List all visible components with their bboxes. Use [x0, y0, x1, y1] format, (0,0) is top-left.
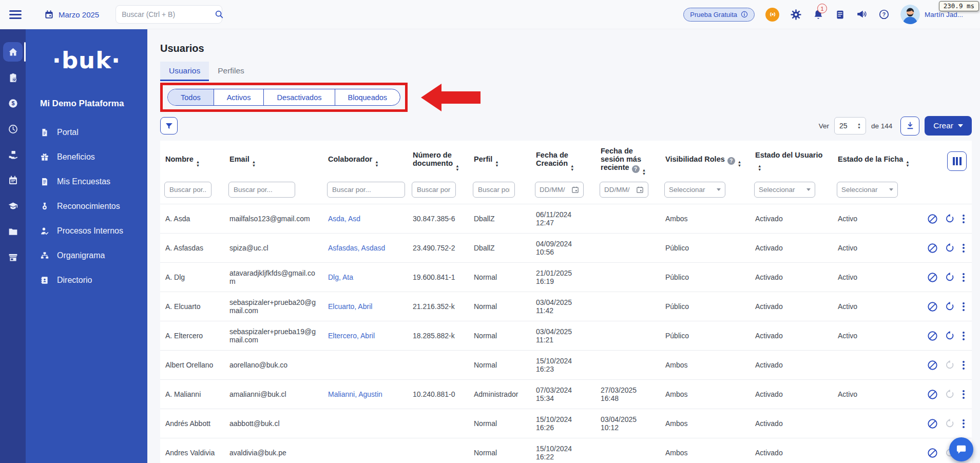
rail-item-dollar-icon[interactable]: $ [0, 93, 26, 113]
trial-badge[interactable]: Prueba Gratuita [683, 8, 755, 22]
global-search[interactable] [116, 5, 222, 24]
filter-search-input-4[interactable] [473, 182, 515, 198]
filter-activos[interactable]: Activos [214, 89, 264, 105]
sort-icon[interactable] [455, 164, 459, 171]
rail-item-clipboard-clock-icon[interactable] [0, 67, 26, 88]
reset-password-icon[interactable] [945, 331, 955, 341]
column-header-6[interactable]: Fecha de sesión más reciente? [595, 141, 660, 180]
row-menu-kebab-icon[interactable] [962, 301, 966, 312]
row-menu-kebab-icon[interactable] [962, 214, 966, 224]
sidebar-item-beneficios[interactable]: Beneficios [26, 145, 147, 169]
rail-item-store-icon[interactable] [0, 247, 26, 267]
reset-password-icon[interactable] [945, 243, 955, 253]
rail-item-calendar-icon[interactable] [0, 170, 26, 190]
filter-date-input-1[interactable]: DD/MM/ [600, 182, 648, 198]
block-user-icon[interactable] [927, 360, 938, 371]
user-name[interactable]: Martín Jad... [925, 11, 973, 18]
filter-select-1[interactable]: Seleccionar [754, 182, 815, 198]
row-menu-kebab-icon[interactable] [962, 389, 966, 400]
reset-password-icon[interactable] [945, 301, 955, 312]
column-header-3[interactable]: Número de documento [408, 141, 469, 180]
rail-item-home-icon[interactable] [0, 42, 26, 62]
filter-todos[interactable]: Todos [168, 89, 214, 105]
column-header-0[interactable]: Nombre [160, 141, 224, 180]
avatar[interactable] [900, 5, 920, 24]
colaborador-link[interactable]: Dlg, Ata [328, 273, 353, 281]
help-icon[interactable]: ? [632, 165, 640, 173]
column-header-7[interactable]: Visibilidad Roles? [660, 141, 750, 180]
sort-icon[interactable] [252, 160, 256, 167]
sort-icon[interactable] [642, 168, 646, 176]
block-user-icon[interactable] [927, 243, 938, 254]
colaborador-link[interactable]: Malianni, Agustin [328, 390, 382, 398]
colaborador-link[interactable]: Asfasdas, Asdasd [328, 244, 385, 252]
sort-icon[interactable] [495, 160, 498, 167]
filter-select-0[interactable]: Seleccionar [664, 182, 725, 198]
filter-desactivados[interactable]: Desactivados [263, 89, 334, 105]
chat-bubble-button[interactable] [949, 437, 973, 461]
sort-icon[interactable] [758, 164, 761, 171]
broadcast-icon[interactable] [765, 8, 779, 22]
rail-item-folder-icon[interactable] [0, 221, 26, 242]
info-icon[interactable] [741, 11, 748, 18]
download-button[interactable] [900, 117, 919, 136]
notifications-bell-icon[interactable]: 1 [813, 9, 824, 20]
filter-search-input-0[interactable] [164, 182, 212, 198]
row-menu-kebab-icon[interactable] [962, 243, 966, 254]
rail-item-clock-icon[interactable] [0, 119, 26, 139]
sidebar-item-procesos-internos[interactable]: Procesos Internos [26, 219, 147, 243]
row-menu-kebab-icon[interactable] [962, 360, 966, 371]
hamburger-menu-icon[interactable] [9, 10, 22, 19]
reset-password-icon[interactable] [945, 214, 955, 224]
filter-search-input-2[interactable] [327, 182, 405, 198]
sort-icon[interactable] [570, 164, 574, 171]
gear-icon[interactable] [790, 9, 802, 21]
filter-bloqueados[interactable]: Bloqueados [335, 89, 400, 105]
column-header-4[interactable]: Perfil [469, 141, 531, 180]
page-size-select[interactable]: 25 [834, 117, 866, 134]
tab-usuarios[interactable]: Usuarios [160, 62, 209, 81]
filter-funnel-button[interactable] [160, 117, 178, 134]
sidebar-item-directorio[interactable]: Directorio [26, 268, 147, 293]
filter-search-input-3[interactable] [412, 182, 456, 198]
colaborador-link[interactable]: Elcuarto, Abril [328, 302, 372, 311]
row-menu-kebab-icon[interactable] [962, 331, 966, 341]
global-search-input[interactable] [122, 10, 215, 18]
row-menu-kebab-icon[interactable] [962, 418, 966, 429]
tab-perfiles[interactable]: Perfiles [209, 62, 253, 81]
filter-date-input-0[interactable]: DD/MM/ [535, 182, 584, 198]
column-header-8[interactable]: Estado del Usuario [750, 141, 833, 180]
colaborador-link[interactable]: Asda, Asd [328, 215, 360, 223]
help-icon[interactable]: ? [878, 9, 890, 20]
row-menu-kebab-icon[interactable] [962, 272, 966, 283]
sidebar-item-organigrama[interactable]: Organigrama [26, 243, 147, 268]
columns-config-button[interactable] [947, 151, 967, 171]
column-header-5[interactable]: Fecha de Creación [531, 141, 595, 180]
block-user-icon[interactable] [927, 448, 938, 458]
create-button[interactable]: Crear [925, 116, 972, 136]
search-icon[interactable] [215, 10, 224, 19]
news-list-icon[interactable] [835, 9, 846, 20]
reset-password-icon[interactable] [945, 389, 955, 399]
column-header-2[interactable]: Colaborador [323, 141, 408, 180]
column-header-9[interactable]: Estado de la Ficha [833, 141, 923, 180]
reset-password-icon[interactable] [945, 272, 955, 282]
sort-icon[interactable] [906, 160, 909, 167]
block-user-icon[interactable] [927, 389, 938, 400]
notification-count-badge[interactable]: 1 [817, 4, 827, 13]
block-user-icon[interactable] [927, 331, 938, 341]
block-user-icon[interactable] [927, 214, 938, 224]
colaborador-link[interactable]: Eltercero, Abril [328, 332, 375, 340]
megaphone-icon[interactable] [856, 9, 868, 20]
reset-password-icon[interactable] [945, 360, 955, 370]
rail-item-graduation-cap-icon[interactable] [0, 196, 26, 216]
sort-icon[interactable] [196, 160, 200, 167]
sidebar-item-reconocimientos[interactable]: Reconocimientos [26, 194, 147, 219]
block-user-icon[interactable] [927, 301, 938, 312]
period-label[interactable]: Marzo 2025 [59, 10, 99, 19]
block-user-icon[interactable] [927, 272, 938, 283]
sidebar-item-portal[interactable]: Portal [26, 120, 147, 145]
filter-select-2[interactable]: Seleccionar [837, 182, 898, 198]
sort-icon[interactable] [738, 160, 741, 167]
filter-search-input-1[interactable] [228, 182, 295, 198]
